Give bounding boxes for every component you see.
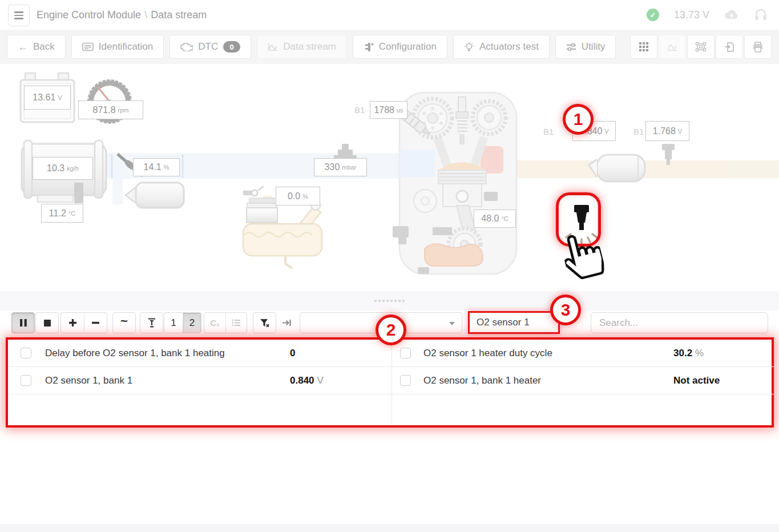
stop-button[interactable] [35, 312, 59, 333]
tab-utility[interactable]: Utility [555, 35, 616, 59]
breadcrumb-separator: \ [144, 9, 147, 21]
tab-dtc-label: DTC [198, 41, 218, 53]
tab-data-stream-label: Data stream [283, 41, 336, 53]
group-filter-input[interactable] [468, 311, 560, 334]
parameter-label: Delay before O2 sensor 1, bank 1 heating [45, 340, 225, 366]
grid-view-button[interactable] [630, 35, 657, 59]
parameter-value: 0.840V [290, 367, 324, 394]
header: Engine Control Module \ Data stream ✓ 13… [0, 0, 779, 30]
back-arrow-icon: ← [18, 41, 28, 53]
chart-view-button[interactable] [659, 35, 686, 59]
one-column-button[interactable]: 1 [164, 313, 183, 333]
parameter-value: Not active [673, 367, 723, 394]
cloud-sync-icon [724, 10, 739, 20]
column-count-buttons: 1 2 [164, 312, 201, 333]
splitter-grip[interactable] [374, 300, 405, 302]
coolant-tank-illustration [243, 198, 322, 268]
table-row[interactable]: O2 sensor 1, bank 1 0.840V [8, 367, 391, 394]
status-area: ✓ 13.73 V [647, 0, 768, 30]
tab-identification[interactable]: Identification [71, 35, 164, 59]
remove-parameter-button[interactable] [84, 313, 107, 333]
intake-temp-box[interactable]: 11.2°C [41, 204, 83, 223]
row-checkbox[interactable] [21, 348, 31, 358]
select-list-button[interactable] [225, 313, 247, 333]
identification-icon [82, 42, 94, 51]
annotation-step-1: 1 [563, 104, 594, 135]
back-label: Back [33, 41, 55, 53]
injection-bank-label: B1 [354, 105, 365, 115]
breadcrumb-page: Data stream [151, 9, 207, 21]
clear-selection-button[interactable]: Cx [204, 313, 225, 333]
add-parameter-button[interactable] [61, 313, 84, 333]
o2-downstream-box[interactable]: 1.768V [645, 121, 689, 141]
chevron-down-icon [449, 322, 455, 325]
selection-buttons: Cx [204, 312, 247, 333]
parameter-label: O2 sensor 1 heater duty cycle [423, 340, 552, 366]
maf-box[interactable]: 10.3kg/h [33, 157, 93, 180]
back-button[interactable]: ← Back [7, 35, 66, 59]
configuration-icon [364, 42, 374, 52]
battery-voltage-box[interactable]: 13.61V [24, 86, 71, 110]
goto-stream-button[interactable] [278, 312, 295, 333]
throttle-box[interactable]: 14.1% [133, 158, 180, 176]
parameter-table: Delay before O2 sensor 1, bank 1 heating… [6, 337, 774, 428]
list-icon [232, 319, 241, 327]
app-window: Engine Control Module \ Data stream ✓ 13… [0, 0, 779, 532]
printer-icon [752, 42, 764, 53]
engine-block-illustration [393, 92, 516, 274]
print-button[interactable] [744, 35, 772, 59]
annotation-step-3: 3 [550, 295, 581, 325]
connection-ok-icon: ✓ [647, 9, 659, 21]
fit-height-icon [147, 318, 156, 328]
tab-data-stream[interactable]: Data stream [257, 35, 347, 59]
hamburger-menu-button[interactable] [8, 5, 30, 26]
injection-box[interactable]: 1788us [370, 101, 407, 119]
engine-scheme-illustration [0, 64, 779, 291]
tab-configuration[interactable]: Configuration [353, 35, 447, 59]
map-sensor-illustration [334, 144, 357, 159]
chart-line-icon [667, 42, 678, 51]
purge-box[interactable]: 0.0% [276, 187, 320, 205]
tab-dtc[interactable]: DTC 0 [169, 35, 251, 59]
idle-valve-illustration [126, 183, 184, 208]
view-buttons [630, 35, 772, 59]
table-row[interactable]: O2 sensor 1, bank 1 heater Not active [392, 367, 774, 394]
search-input[interactable] [591, 312, 768, 333]
breadcrumb: Engine Control Module \ Data stream [37, 0, 207, 30]
table-row[interactable]: Delay before O2 sensor 1, bank 1 heating… [8, 340, 391, 367]
zoom-buttons [60, 312, 107, 333]
coolant-temp-box[interactable]: 48.0°C [474, 209, 516, 228]
map-box[interactable]: 330mbar [314, 158, 367, 176]
scheme-view-button[interactable] [687, 35, 715, 59]
row-checkbox[interactable] [400, 348, 411, 358]
row-checkbox[interactable] [21, 375, 31, 386]
plus-icon [68, 319, 77, 327]
bottom-strip [0, 524, 779, 532]
row-checkbox[interactable] [400, 375, 411, 386]
two-columns-button[interactable]: 2 [183, 313, 201, 333]
tab-identification-label: Identification [99, 41, 153, 53]
annotation-step-2: 2 [376, 315, 406, 345]
parameter-label: O2 sensor 1, bank 1 [45, 367, 132, 394]
table-row[interactable]: O2 sensor 1 heater duty cycle 30.2% [392, 340, 774, 367]
graph-mode-button[interactable]: ~ [112, 312, 136, 333]
data-stream-icon [268, 43, 278, 51]
tilde-icon: ~ [120, 314, 128, 329]
tab-actuators-test-label: Actuators test [479, 41, 539, 53]
parameter-label: O2 sensor 1, bank 1 heater [423, 367, 541, 394]
o2-upstream-bank-label: B1 [543, 127, 554, 136]
tab-utility-label: Utility [582, 41, 606, 53]
pause-button[interactable] [11, 312, 35, 333]
export-button[interactable] [716, 35, 743, 59]
fit-height-button[interactable] [140, 312, 163, 333]
filter-clear-icon [260, 319, 269, 328]
actuators-test-icon [464, 42, 474, 52]
engine-rpm-box[interactable]: 871.8rpm [78, 100, 143, 119]
pause-icon [19, 319, 27, 327]
headset-icon[interactable] [754, 8, 768, 22]
stop-icon [43, 319, 51, 327]
main-toolbar: ← Back Identification DTC 0 [0, 30, 779, 64]
tab-actuators-test[interactable]: Actuators test [453, 35, 550, 59]
clear-filter-button[interactable] [253, 312, 276, 333]
selection-frame-icon [695, 42, 707, 52]
